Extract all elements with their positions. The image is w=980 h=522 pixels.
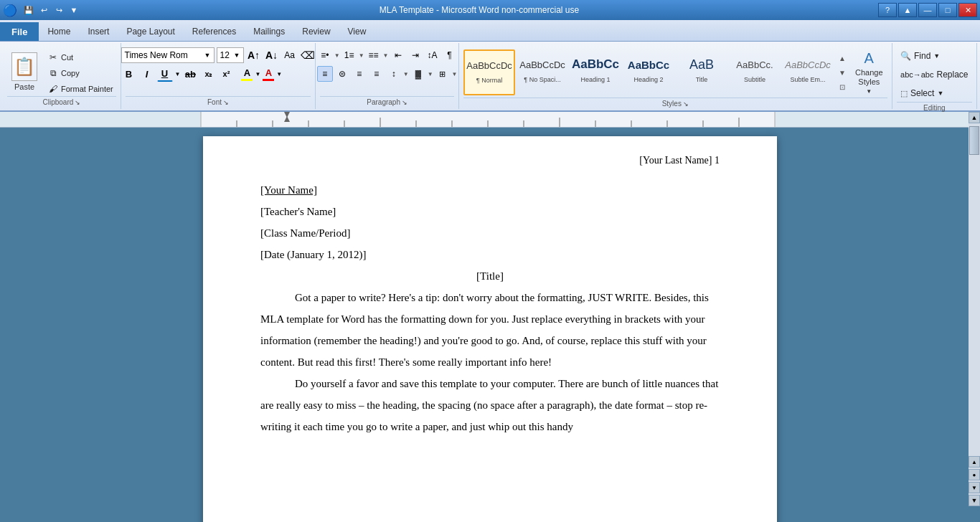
paste-button[interactable]: 📋 Paste	[7, 47, 42, 96]
superscript-button[interactable]: x²	[218, 66, 234, 82]
italic-button[interactable]: I	[139, 66, 155, 82]
tab-mailings[interactable]: Mailings	[245, 22, 293, 41]
select-browse-btn[interactable]: ●	[969, 469, 980, 480]
bold-button[interactable]: B	[121, 66, 137, 82]
replace-button[interactable]: abc→abc Replace	[895, 66, 974, 83]
bullets-dropdown[interactable]: ▼	[334, 52, 340, 59]
scroll-thumb[interactable]	[969, 126, 979, 155]
tab-review[interactable]: Review	[293, 22, 339, 41]
align-left-btn[interactable]: ≡	[317, 66, 333, 82]
tab-references[interactable]: References	[184, 22, 245, 41]
decrease-font-btn[interactable]: A↓	[264, 47, 280, 63]
increase-font-btn[interactable]: A↑	[246, 47, 262, 63]
increase-indent-btn[interactable]: ⇥	[407, 47, 423, 63]
font-color-dropdown[interactable]: ▼	[276, 71, 282, 77]
tab-page-layout[interactable]: Page Layout	[118, 22, 183, 41]
font-format-row: B I U ▼ ab x₂ x² A ▼ A ▼	[121, 66, 283, 82]
maximize-btn[interactable]: □	[938, 3, 957, 17]
font-color-button[interactable]: A	[263, 67, 274, 81]
scroll-up-button[interactable]: ▲	[969, 112, 980, 123]
paragraph-expand-icon[interactable]: ↘	[402, 99, 407, 106]
word-icon: 🔵	[3, 4, 17, 17]
tab-view[interactable]: View	[339, 22, 375, 41]
decrease-indent-btn[interactable]: ⇤	[390, 47, 406, 63]
show-marks-btn[interactable]: ¶	[442, 47, 458, 63]
style-heading1[interactable]: AaBbCc Heading 1	[570, 49, 621, 95]
style-subtitle[interactable]: AaBbCc. Subtitle	[729, 49, 781, 95]
save-quick-btn[interactable]: 💾	[22, 4, 35, 16]
strikethrough-button[interactable]: ab	[182, 66, 198, 82]
styles-scroll-up[interactable]: ▲	[837, 51, 848, 65]
styles-scroll: ▲ ▼ ⊡	[835, 49, 849, 95]
ruler	[0, 112, 980, 128]
scroll-next-page-btn[interactable]: ▼	[969, 482, 980, 493]
class-name-line: [Class Name/Period]	[260, 222, 720, 244]
font-content: Times New Rom ▼ 12 ▼ A↑ A↓ Aa ⌫ B I U ▼ …	[121, 44, 316, 96]
find-dropdown[interactable]: ▼	[933, 52, 940, 60]
qa-dropdown-btn[interactable]: ▼	[67, 4, 80, 16]
teacher-name-line: [Teacher's Name]	[260, 201, 720, 222]
style-no-spacing[interactable]: AaBbCcDc ¶ No Spaci...	[517, 49, 568, 95]
clear-format-btn[interactable]: ⌫	[300, 47, 316, 63]
numbering-button[interactable]: 1≡	[341, 47, 357, 63]
styles-expand-icon[interactable]: ↘	[683, 100, 689, 108]
borders-btn[interactable]: ⊞	[435, 66, 451, 82]
underline-dropdown[interactable]: ▼	[175, 71, 181, 77]
shading-btn[interactable]: ▓	[410, 66, 426, 82]
tab-file[interactable]: File	[0, 22, 39, 41]
multilevel-button[interactable]: ≡≡	[366, 47, 382, 63]
align-right-btn[interactable]: ≡	[352, 66, 367, 82]
help-btn[interactable]: ?	[878, 3, 897, 17]
style-title-preview: AaB	[689, 53, 714, 76]
underline-button[interactable]: U	[157, 66, 173, 82]
change-styles-dropdown-icon[interactable]: ▼	[866, 88, 872, 95]
style-title[interactable]: AaB Title	[676, 49, 727, 95]
line-spacing-dropdown[interactable]: ▼	[403, 71, 409, 77]
shading-dropdown[interactable]: ▼	[428, 71, 433, 77]
bullets-button[interactable]: ≡•	[317, 47, 333, 63]
copy-button[interactable]: ⧉ Copy	[44, 66, 116, 80]
numbering-dropdown[interactable]: ▼	[359, 52, 364, 59]
justify-btn[interactable]: ≡	[369, 66, 385, 82]
paragraph-group-label: Paragraph ↘	[320, 96, 454, 108]
font-size-box[interactable]: 12 ▼	[217, 47, 244, 63]
style-subtle-em[interactable]: AaBbCcDc Subtle Em...	[782, 49, 834, 95]
style-normal[interactable]: AaBbCcDc ¶ Normal	[463, 49, 515, 95]
line-spacing-btn[interactable]: ↕	[386, 66, 402, 82]
scroll-prev-page-btn[interactable]: ▲	[969, 456, 980, 468]
select-icon: ⬚	[900, 89, 908, 98]
select-dropdown[interactable]: ▼	[937, 90, 943, 97]
ribbon-collapse-btn[interactable]: ▲	[898, 3, 917, 17]
para-row-2: ≡ ⊜ ≡ ≡ ↕ ▼ ▓ ▼ ⊞ ▼	[317, 66, 458, 82]
change-case-btn[interactable]: Aa	[282, 47, 298, 63]
font-expand-icon[interactable]: ↘	[223, 99, 229, 106]
clipboard-expand-icon[interactable]: ↘	[75, 99, 80, 106]
borders-dropdown[interactable]: ▼	[452, 71, 458, 77]
style-heading2[interactable]: AaBbCc Heading 2	[623, 49, 674, 95]
cut-button[interactable]: ✂ Cut	[44, 50, 116, 65]
title-bar: 🔵 💾 ↩ ↪ ▼ MLA Template - Microsoft Word …	[0, 0, 980, 20]
find-button[interactable]: 🔍 Find ▼	[895, 47, 946, 65]
styles-scroll-down[interactable]: ▼	[837, 65, 848, 80]
select-button[interactable]: ⬚ Select ▼	[895, 85, 949, 102]
undo-btn[interactable]: ↩	[37, 4, 50, 16]
tab-insert[interactable]: Insert	[79, 22, 118, 41]
minimize-btn[interactable]: —	[918, 3, 937, 17]
title-line: [Title]	[260, 265, 720, 287]
styles-scroll-more[interactable]: ⊡	[837, 80, 848, 94]
document-page[interactable]: [Your Last Name] 1 [Your Name] [Teacher'…	[203, 136, 777, 522]
text-highlight-button[interactable]: A	[241, 67, 253, 81]
align-center-btn[interactable]: ⊜	[334, 66, 350, 82]
tab-home[interactable]: Home	[39, 22, 79, 41]
format-painter-button[interactable]: 🖌 Format Painter	[44, 82, 116, 96]
close-btn[interactable]: ✕	[958, 3, 977, 17]
highlight-dropdown[interactable]: ▼	[255, 71, 260, 77]
font-name-box[interactable]: Times New Rom ▼	[121, 47, 215, 63]
redo-btn[interactable]: ↪	[52, 4, 65, 16]
subscript-button[interactable]: x₂	[200, 66, 216, 82]
change-styles-button[interactable]: A ChangeStyles ▼	[851, 47, 887, 98]
sort-btn[interactable]: ↕A	[425, 47, 440, 63]
multilevel-dropdown[interactable]: ▼	[383, 52, 389, 59]
scroll-down-button[interactable]: ▼	[969, 495, 980, 506]
paste-icon: 📋	[11, 52, 37, 81]
